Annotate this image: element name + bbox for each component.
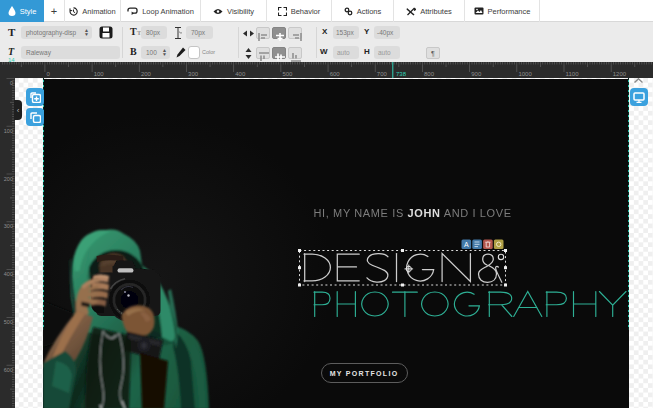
svg-text:800: 800 — [424, 71, 435, 77]
svg-text:600: 600 — [4, 367, 13, 373]
svg-text:500: 500 — [282, 71, 293, 77]
svg-text:700: 700 — [377, 71, 388, 77]
svg-text:1200: 1200 — [613, 71, 627, 77]
svg-text:1100: 1100 — [566, 71, 580, 77]
svg-text:100: 100 — [4, 128, 13, 134]
svg-text:1000: 1000 — [518, 71, 532, 77]
svg-text:0: 0 — [10, 80, 13, 86]
svg-text:200: 200 — [4, 176, 13, 182]
svg-text:200: 200 — [141, 71, 152, 77]
svg-text:300: 300 — [188, 71, 199, 77]
svg-text:300: 300 — [4, 223, 13, 229]
svg-text:600: 600 — [330, 71, 341, 77]
svg-text:A: A — [463, 241, 468, 248]
svg-text:738: 738 — [396, 71, 407, 77]
svg-text:900: 900 — [471, 71, 482, 77]
svg-text:400: 400 — [4, 271, 13, 277]
svg-text:400: 400 — [235, 71, 246, 77]
svg-text:500: 500 — [4, 319, 13, 325]
svg-text:100: 100 — [94, 71, 105, 77]
